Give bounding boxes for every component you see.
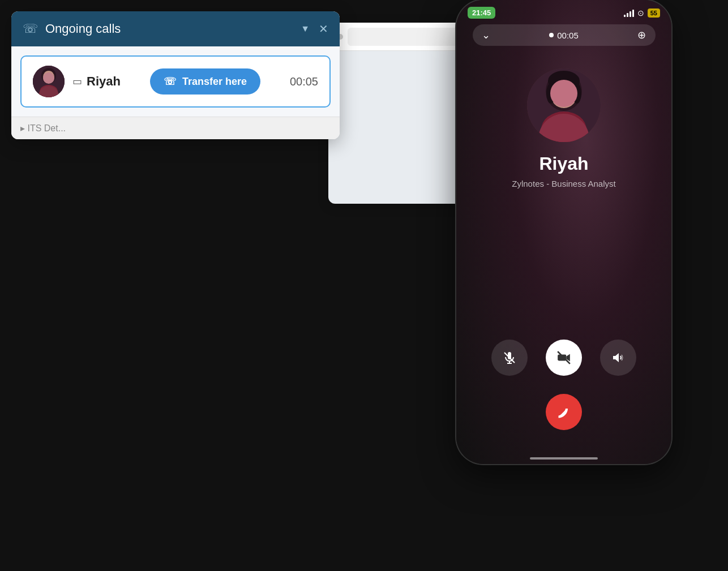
caller-name: Riyah: [87, 74, 121, 89]
call-controls: [491, 340, 636, 430]
call-timer: 00:05: [549, 31, 579, 40]
call-bar-left: ⌄: [482, 29, 490, 41]
svg-point-11: [548, 71, 580, 91]
controls-top-row: [491, 340, 636, 376]
phone-icon: ☏: [23, 22, 38, 36]
svg-point-18: [559, 102, 568, 105]
home-indicator: [530, 457, 598, 460]
transfer-here-button[interactable]: ☏ Transfer here: [150, 68, 260, 95]
call-duration: 00:05: [290, 75, 318, 88]
end-call-button[interactable]: [546, 394, 582, 430]
panel-title: Ongoing calls: [45, 22, 121, 36]
video-off-icon: [556, 350, 571, 365]
svg-rect-15: [565, 90, 574, 96]
caller-subtitle: Zylnotes - Business Analyst: [512, 179, 615, 188]
svg-rect-14: [554, 90, 563, 96]
speaker-button[interactable]: [600, 340, 636, 376]
svg-marker-32: [613, 353, 619, 362]
speaker-icon: [611, 351, 625, 364]
caller-avatar: [33, 66, 65, 97]
ongoing-calls-panel: ☏ Ongoing calls ▼ ✕: [11, 11, 340, 139]
add-user-icon[interactable]: ⊕: [637, 29, 646, 41]
caller-photo-large: [527, 68, 601, 142]
close-button[interactable]: ✕: [319, 23, 328, 35]
svg-point-1: [41, 68, 56, 84]
wifi-icon: ⊙: [637, 8, 644, 18]
phone-mockup: 21:45 ⊙ 55 ⌄ 00:05 ⊕: [456, 0, 671, 464]
device-icon: ▭: [72, 75, 82, 88]
collapse-button[interactable]: ▼: [301, 24, 310, 34]
status-bar: 21:45 ⊙ 55: [456, 0, 671, 22]
avatar-image: [33, 66, 65, 97]
video-button[interactable]: [546, 340, 582, 376]
svg-point-24: [566, 121, 569, 124]
mute-button[interactable]: [491, 340, 528, 376]
end-call-icon: [556, 404, 572, 420]
close-icon: ✕: [319, 23, 328, 35]
record-indicator: [549, 33, 554, 37]
call-card-right: ☏ Transfer here: [150, 68, 260, 95]
partial-row: ▸ ITS Det...: [11, 117, 340, 139]
mute-icon: [503, 351, 516, 364]
minimize-call-icon: ⌄: [482, 29, 490, 41]
signal-bar-4: [632, 10, 634, 17]
svg-point-8: [527, 68, 601, 142]
svg-point-22: [568, 126, 571, 130]
svg-point-23: [559, 132, 563, 136]
caller-name-large: Riyah: [539, 153, 588, 174]
call-card: ▭ Riyah ☏ Transfer here 00:05: [20, 55, 331, 108]
panel-header-controls: ▼ ✕: [301, 23, 328, 35]
signal-bar-1: [624, 15, 626, 17]
controls-bottom-row: [546, 394, 582, 430]
svg-rect-4: [49, 75, 53, 78]
svg-point-12: [546, 83, 555, 104]
chevron-down-icon: ▼: [301, 24, 310, 33]
call-card-left: ▭ Riyah: [33, 66, 121, 97]
battery-badge: 55: [648, 8, 660, 18]
svg-point-2: [43, 71, 54, 83]
panel-header: ☏ Ongoing calls ▼ ✕: [11, 11, 340, 46]
panel-header-left: ☏ Ongoing calls: [23, 22, 121, 36]
transfer-button-label: Transfer here: [182, 76, 247, 88]
svg-point-13: [572, 83, 581, 104]
svg-point-7: [43, 86, 54, 97]
call-timer-text: 00:05: [557, 31, 579, 40]
caller-info: ▭ Riyah: [72, 74, 121, 89]
call-bar[interactable]: ⌄ 00:05 ⊕: [473, 24, 656, 46]
status-right: ⊙ 55: [624, 8, 660, 18]
signal-bars: [624, 9, 634, 17]
panel-body: ▭ Riyah ☏ Transfer here 00:05: [11, 46, 340, 117]
svg-point-21: [556, 123, 560, 127]
svg-rect-3: [44, 75, 48, 78]
signal-bar-2: [627, 13, 628, 17]
svg-point-20: [547, 114, 581, 142]
svg-point-17: [562, 98, 566, 102]
phone-screen: 21:45 ⊙ 55 ⌄ 00:05 ⊕: [456, 0, 671, 464]
signal-bar-3: [629, 11, 631, 17]
transfer-phone-icon: ☏: [164, 75, 177, 88]
status-time: 21:45: [468, 7, 495, 19]
partial-row-text: ▸ ITS Det...: [20, 123, 66, 133]
